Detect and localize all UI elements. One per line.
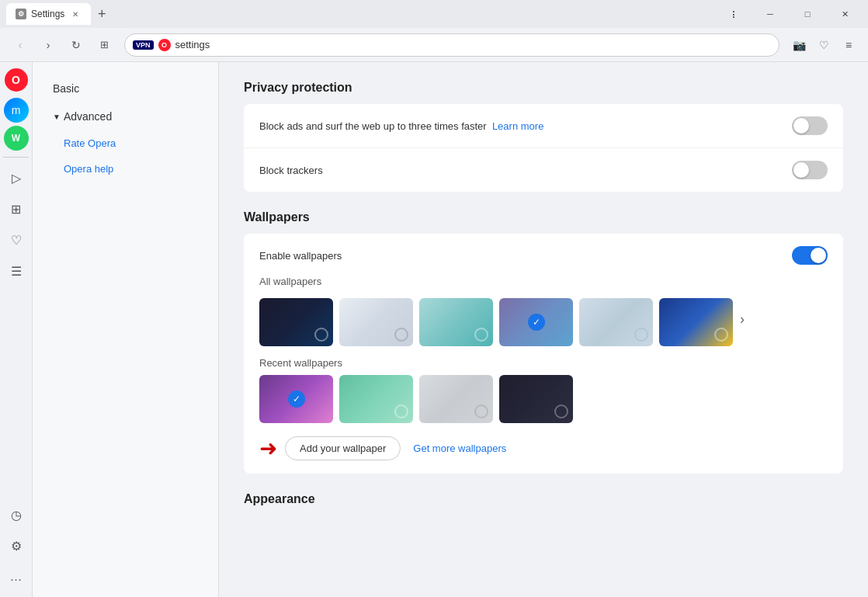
nav-basic[interactable]: Basic (45, 78, 206, 99)
block-trackers-toggle[interactable] (792, 161, 828, 179)
wallpaper-item-5[interactable] (579, 298, 653, 346)
wallpapers-next-button[interactable]: › (733, 295, 752, 343)
privacy-section: Privacy protection Block ads and surf th… (244, 81, 843, 192)
vpn-badge: VPN (133, 40, 154, 50)
active-tab[interactable]: ⚙ Settings ✕ (6, 3, 91, 25)
main-content: Privacy protection Block ads and surf th… (219, 62, 868, 597)
opera-icon: O (158, 39, 171, 51)
wallpapers-section: Wallpapers Enable wallpapers All wallpap… (244, 210, 843, 474)
forward-button[interactable]: › (36, 33, 61, 57)
titlebar: ⚙ Settings ✕ + ⫶ ─ □ ✕ (0, 0, 868, 28)
tab-grid-icon: ⊞ (100, 39, 109, 50)
enable-wallpapers-row: Enable wallpapers (259, 246, 828, 265)
recent-wallpaper-item-1[interactable]: ✓ (259, 375, 333, 423)
toggle-knob (793, 118, 809, 134)
toggle-knob-3 (811, 248, 826, 263)
tab-favicon: ⚙ (16, 9, 26, 19)
wallpaper-item-6[interactable] (659, 298, 733, 346)
nav-advanced[interactable]: ▼ Advanced (45, 106, 206, 127)
all-wallpapers-label: All wallpapers (259, 276, 828, 287)
app-layout: O m W ▷ ⊞ ♡ ☰ ◷ ⚙ … Basic ▼ Advanced Rat… (0, 62, 868, 597)
tab-close-button[interactable]: ✕ (69, 8, 82, 20)
red-arrow-icon: ➜ (259, 436, 277, 461)
tab-grid-button[interactable]: ⊞ (92, 33, 116, 57)
address-bar[interactable]: VPN O settings (124, 33, 779, 57)
nav-advanced-label: Advanced (64, 110, 112, 123)
sidebar-icons: O m W ▷ ⊞ ♡ ☰ ◷ ⚙ … (0, 62, 33, 597)
back-button[interactable]: ‹ (8, 33, 33, 57)
news-icon[interactable]: ☰ (2, 257, 30, 285)
speed-dial-icon[interactable]: ▷ (2, 164, 30, 192)
stash-icon: ⫶ (731, 8, 736, 20)
recent-wallpaper-item-3[interactable] (419, 375, 493, 423)
wallpaper-item-2[interactable] (339, 298, 413, 346)
learn-more-link[interactable]: Learn more (492, 120, 543, 132)
all-wallpapers-row: ✓ › (259, 292, 828, 346)
wallpaper-item-4[interactable]: ✓ (499, 298, 573, 346)
recent-wallpaper-item-2[interactable] (339, 375, 413, 423)
arrow-indicator: ➜ Add your wallpaper (259, 436, 401, 461)
settings-icon[interactable]: ⚙ (2, 532, 30, 560)
block-trackers-row: Block trackers (244, 148, 843, 192)
heart-sidebar-icon[interactable]: ♡ (2, 226, 30, 254)
enable-wallpapers-label: Enable wallpapers (259, 250, 342, 262)
history-icon[interactable]: ◷ (2, 501, 30, 529)
heart-button[interactable]: ♡ (812, 33, 835, 57)
recent-wallpapers-grid: ✓ (259, 375, 828, 423)
nav-rate-opera[interactable]: Rate Opera (45, 134, 206, 153)
reload-button[interactable]: ↻ (64, 33, 89, 57)
nav-opera-help[interactable]: Opera help (45, 159, 206, 179)
privacy-title: Privacy protection (244, 81, 843, 95)
advanced-arrow-icon: ▼ (53, 113, 61, 121)
block-ads-label: Block ads and surf the web up to three t… (259, 120, 543, 132)
opera-logo-icon[interactable]: O (5, 68, 28, 92)
maximize-button[interactable]: □ (790, 3, 825, 25)
toggle-knob-2 (793, 162, 809, 178)
sidebar-divider (3, 157, 29, 158)
block-trackers-label: Block trackers (259, 165, 323, 176)
settings-nav: Basic ▼ Advanced Rate Opera Opera help (33, 62, 219, 597)
block-ads-row: Block ads and surf the web up to three t… (244, 104, 843, 148)
appearance-title: Appearance (244, 492, 843, 506)
selected-checkmark: ✓ (528, 314, 545, 331)
block-ads-toggle[interactable] (792, 116, 828, 135)
wallpapers-title: Wallpapers (244, 210, 843, 224)
toolbar: ‹ › ↻ ⊞ VPN O settings 📷 ♡ ≡ (0, 28, 868, 62)
enable-wallpapers-toggle[interactable] (792, 246, 828, 265)
tab-title: Settings (31, 9, 64, 19)
tab-area: ⚙ Settings ✕ + (6, 0, 710, 28)
close-button[interactable]: ✕ (828, 3, 862, 25)
recent-selected-checkmark: ✓ (288, 390, 305, 408)
all-wallpapers-grid: ✓ (259, 298, 733, 346)
wallpaper-actions: ➜ Add your wallpaper Get more wallpapers (259, 436, 828, 461)
more-icon[interactable]: … (2, 563, 30, 591)
minimize-button[interactable]: ─ (753, 3, 787, 25)
wallpaper-item-1[interactable] (259, 298, 333, 346)
window-controls: ⫶ ─ □ ✕ (716, 3, 862, 25)
wallpaper-item-3[interactable] (419, 298, 493, 346)
grid-icon[interactable]: ⊞ (2, 195, 30, 223)
new-tab-button[interactable]: + (91, 3, 113, 25)
toolbar-icons: 📷 ♡ ≡ (787, 33, 860, 57)
wallpapers-card: Enable wallpapers All wallpapers (244, 234, 843, 474)
messenger-icon[interactable]: m (4, 98, 29, 123)
privacy-card: Block ads and surf the web up to three t… (244, 104, 843, 192)
recent-wallpapers-label: Recent wallpapers (259, 357, 828, 369)
menu-button[interactable]: ≡ (837, 33, 860, 57)
recent-wallpaper-item-4[interactable] (499, 375, 573, 423)
get-more-wallpapers-link[interactable]: Get more wallpapers (413, 443, 506, 454)
camera-button[interactable]: 📷 (787, 33, 811, 57)
whatsapp-icon[interactable]: W (4, 126, 29, 151)
add-wallpaper-button[interactable]: Add your wallpaper (285, 436, 401, 460)
address-text: settings (175, 39, 771, 50)
stash-button[interactable]: ⫶ (716, 3, 750, 25)
